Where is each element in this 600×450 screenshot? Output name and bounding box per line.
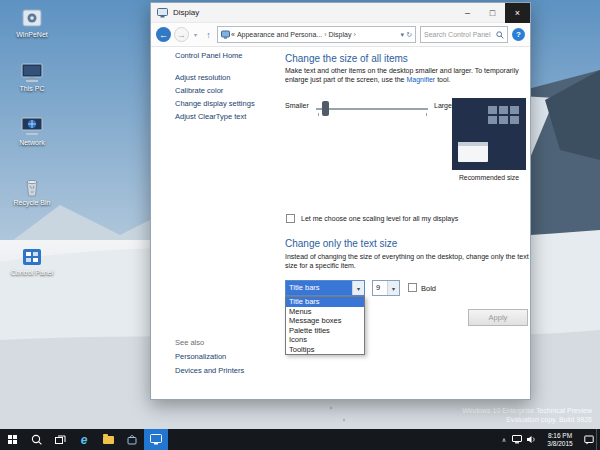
size-slider-track[interactable] [316, 108, 428, 110]
up-button[interactable]: ↑ [202, 30, 215, 40]
preview-caption: Recommended size [452, 174, 526, 181]
desktop-icon-label: Network [6, 139, 58, 147]
help-button[interactable]: ? [512, 28, 525, 41]
desktop: WinPeNet This PC Network Recycle Bin [0, 0, 600, 450]
desktop-icon-label: WinPeNet [6, 31, 58, 39]
breadcrumb-separator-icon[interactable]: › [324, 31, 326, 38]
desktop-icon-network[interactable]: Network [6, 116, 58, 147]
description-text: Make text and other items on the desktop… [285, 67, 519, 83]
display-window: Display – □ × ← → ▾ ↑ « Appearance and P… [150, 2, 531, 400]
tray-expand-icon[interactable]: ∧ [498, 436, 510, 443]
store-bag-icon [127, 434, 137, 445]
display-app-icon [150, 434, 162, 445]
file-explorer-button[interactable] [96, 429, 120, 450]
watermark-line2: Evaluation copy. Build 9926 [462, 415, 592, 424]
apply-button[interactable]: Apply [468, 309, 528, 326]
section-heading-text-size: Change only the text size [285, 238, 397, 249]
sidebar-item-devices-printers[interactable]: Devices and Printers [175, 366, 244, 375]
dropdown-option[interactable]: Tooltips [286, 345, 364, 355]
display-app-taskbar-button[interactable] [144, 429, 168, 450]
scaling-level-checkbox-label[interactable]: Let me choose one scaling level for all … [301, 215, 458, 222]
desktop-icon-this-pc[interactable]: This PC [6, 62, 58, 93]
dropdown-option[interactable]: Message boxes [286, 316, 364, 326]
search-input[interactable] [424, 31, 496, 38]
breadcrumb-item[interactable]: Appearance and Persona... [237, 31, 322, 38]
size-select-value: 9 [373, 281, 387, 295]
recent-pages-icon[interactable]: ▾ [191, 31, 200, 38]
control-panel-icon [19, 246, 45, 268]
start-button[interactable] [0, 429, 24, 450]
slider-smaller-label: Smaller [285, 102, 309, 109]
sidebar-item-personalization[interactable]: Personalization [175, 352, 226, 361]
minimize-button[interactable]: – [455, 3, 480, 23]
preview-start-tiles [488, 106, 520, 124]
refresh-icon[interactable]: ↻ [406, 31, 412, 39]
system-tray: ∧ 8:16 PM 3/8/2015 [498, 429, 600, 450]
watermark-line1: Windows 10 Enterprise Technical Preview [462, 406, 592, 415]
magnifier-link[interactable]: Magnifier [406, 76, 435, 83]
size-slider-handle[interactable] [322, 101, 329, 116]
dropdown-option[interactable]: Title bars [286, 297, 364, 307]
action-center-icon[interactable] [582, 435, 596, 445]
maximize-button[interactable]: □ [480, 3, 505, 23]
search-box[interactable] [420, 26, 508, 43]
breadcrumb-separator-icon[interactable]: › [353, 31, 355, 38]
close-button[interactable]: × [505, 3, 530, 23]
desktop-icon-label: Recycle Bin [6, 199, 58, 207]
item-select-value: Title bars [286, 281, 352, 295]
slider-tick [426, 113, 427, 116]
dropdown-option[interactable]: Menus [286, 307, 364, 317]
taskbar-clock[interactable]: 8:16 PM 3/8/2015 [541, 432, 579, 448]
internet-explorer-icon: e [81, 434, 88, 446]
titlebar[interactable]: Display – □ × [151, 3, 530, 23]
volume-tray-icon[interactable] [524, 435, 538, 444]
text-section-description: Instead of changing the size of everythi… [285, 252, 529, 270]
preview-window-thumbnail [458, 142, 488, 162]
folder-icon [103, 436, 114, 444]
recycle-bin-icon [19, 176, 45, 198]
task-view-button[interactable] [48, 429, 72, 450]
sidebar-item-adjust-cleartype[interactable]: Adjust ClearType text [175, 112, 246, 121]
scaling-level-checkbox[interactable] [286, 214, 295, 223]
address-dropdown-icon[interactable]: ▾ [401, 31, 405, 39]
desktop-icon-label: Control Panel [6, 269, 58, 277]
item-select[interactable]: Title bars ▾ [285, 280, 365, 296]
sidebar-item-change-display-settings[interactable]: Change display settings [175, 99, 255, 108]
breadcrumb-item[interactable]: Display [328, 31, 351, 38]
forward-button[interactable]: → [174, 27, 189, 42]
dropdown-option[interactable]: Icons [286, 335, 364, 345]
search-button[interactable] [24, 429, 48, 450]
slider-tick [318, 113, 319, 116]
chevron-down-icon[interactable]: ▾ [387, 281, 399, 295]
breadcrumb-collapsed[interactable]: « [231, 31, 235, 38]
size-section-description: Make text and other items on the desktop… [285, 66, 525, 84]
address-bar[interactable]: « Appearance and Persona... › Display › … [217, 26, 416, 43]
bold-checkbox-label[interactable]: Bold [421, 284, 436, 293]
clock-time: 8:16 PM [541, 432, 579, 440]
chevron-down-icon[interactable]: ▾ [352, 281, 364, 295]
store-button[interactable] [120, 429, 144, 450]
description-text: tool. [435, 76, 450, 83]
desktop-icon-control-panel[interactable]: Control Panel [6, 246, 58, 277]
search-icon [31, 434, 42, 445]
desktop-icon-label: This PC [6, 85, 58, 93]
sidebar-item-control-panel-home[interactable]: Control Panel Home [175, 51, 243, 60]
desktop-icon-winpenet[interactable]: WinPeNet [6, 8, 58, 39]
item-select-dropdown: Title bars Menus Message boxes Palette t… [285, 296, 365, 355]
show-desktop-button[interactable] [596, 429, 600, 450]
control-panel-crumb-icon [221, 30, 230, 39]
see-also-heading: See also [175, 338, 204, 347]
sidebar-item-calibrate-color[interactable]: Calibrate color [175, 86, 223, 95]
desktop-icon-recycle-bin[interactable]: Recycle Bin [6, 176, 58, 207]
internet-explorer-button[interactable]: e [72, 429, 96, 450]
bold-checkbox[interactable] [408, 283, 417, 292]
network-icon [19, 116, 45, 138]
size-select[interactable]: 9 ▾ [372, 280, 400, 296]
sidebar-item-adjust-resolution[interactable]: Adjust resolution [175, 73, 230, 82]
dropdown-option[interactable]: Palette titles [286, 326, 364, 336]
network-tray-icon[interactable] [510, 435, 524, 444]
evaluation-watermark: Windows 10 Enterprise Technical Preview … [462, 406, 592, 424]
display-window-icon [157, 8, 168, 18]
section-heading-size: Change the size of all items [285, 53, 408, 64]
back-button[interactable]: ← [156, 27, 171, 42]
